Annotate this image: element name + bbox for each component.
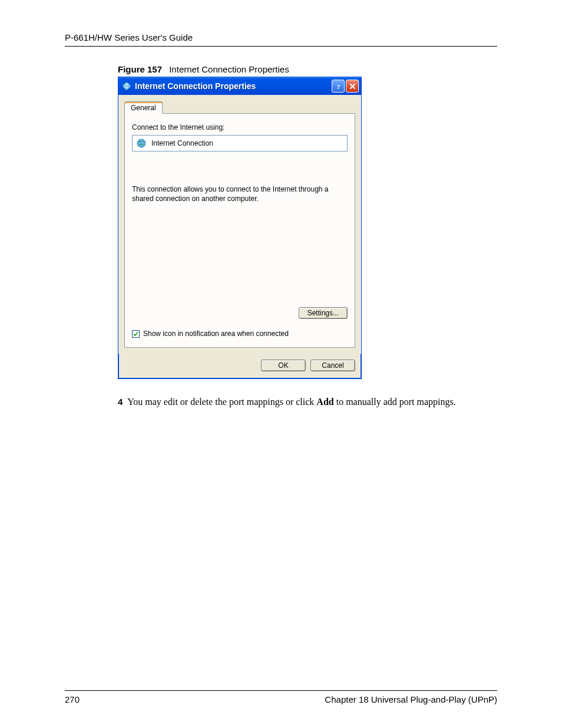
window-icon: [122, 81, 131, 91]
figure-title: Internet Connection Properties: [169, 64, 289, 74]
dialog-button-row: OK Cancel: [118, 354, 361, 378]
svg-point-0: [123, 83, 130, 90]
titlebar[interactable]: Internet Connection Properties ?: [118, 77, 361, 95]
connection-description: This connection allows you to connect to…: [132, 185, 332, 203]
tab-strip: General: [124, 101, 355, 113]
settings-button[interactable]: Settings...: [299, 307, 348, 319]
connection-name: Internet Connection: [151, 139, 213, 147]
chapter-label: Chapter 18 Universal Plug-and-Play (UPnP…: [325, 694, 497, 704]
connect-using-label: Connect to the Internet using:: [132, 123, 348, 131]
checkbox-label: Show icon in notification area when conn…: [143, 330, 289, 338]
footer-rule: [65, 690, 497, 691]
close-button[interactable]: [346, 80, 359, 93]
step-text-after: to manually add port mappings.: [334, 397, 456, 407]
checkbox-icon[interactable]: [132, 330, 140, 338]
dialog-body: General Connect to the Internet using: I…: [118, 95, 361, 354]
svg-point-3: [137, 139, 146, 147]
properties-dialog: Internet Connection Properties ? General…: [118, 77, 362, 379]
doc-header: P-661H/HW Series User's Guide: [65, 32, 497, 42]
window-title: Internet Connection Properties: [135, 81, 330, 91]
header-rule: [65, 46, 497, 47]
help-button[interactable]: ?: [332, 80, 345, 93]
page-footer: 270 Chapter 18 Universal Plug-and-Play (…: [65, 690, 497, 704]
step-text-bold: Add: [316, 397, 333, 407]
figure-label: Figure 157: [118, 64, 162, 74]
cancel-button[interactable]: Cancel: [310, 360, 355, 371]
svg-text:?: ?: [336, 83, 340, 90]
step-text-before: You may edit or delete the port mappings…: [127, 397, 316, 407]
step-number: 4: [118, 397, 123, 407]
connection-list[interactable]: Internet Connection: [132, 135, 348, 151]
dialog-screenshot: Internet Connection Properties ? General…: [118, 77, 497, 379]
ok-button[interactable]: OK: [261, 360, 306, 371]
show-icon-option[interactable]: Show icon in notification area when conn…: [132, 330, 289, 338]
page-number: 270: [65, 694, 80, 704]
step-text: You may edit or delete the port mappings…: [127, 397, 455, 407]
globe-icon: [136, 138, 147, 149]
tab-general[interactable]: General: [124, 101, 163, 114]
figure-caption: Figure 157 Internet Connection Propertie…: [118, 64, 497, 74]
step-instruction: 4 You may edit or delete the port mappin…: [118, 397, 497, 407]
tab-panel-general: Connect to the Internet using: Internet …: [124, 113, 355, 348]
